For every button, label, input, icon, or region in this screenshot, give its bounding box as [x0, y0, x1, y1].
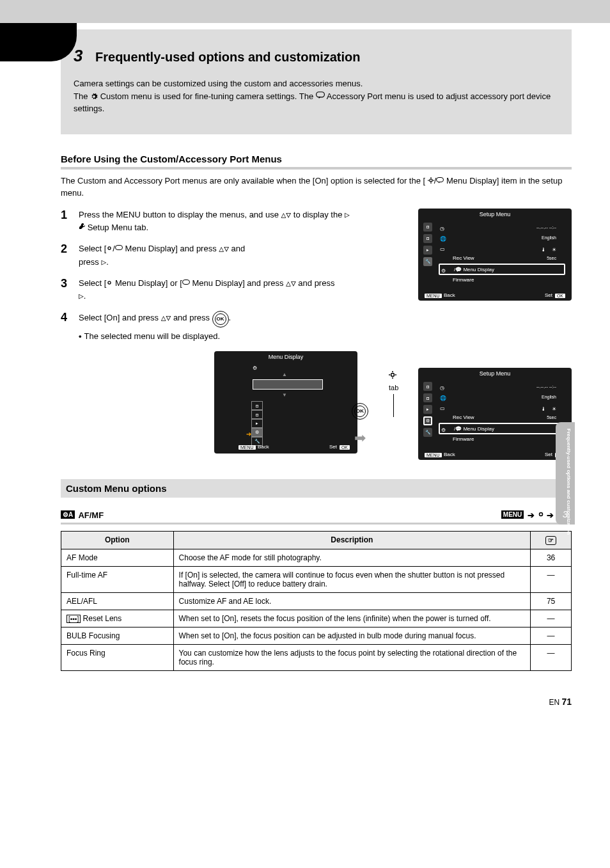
svg-point-9: [108, 281, 111, 284]
svg-point-7: [108, 247, 111, 249]
triangle-down-icon: ▽: [166, 313, 171, 322]
intro-paragraph: Camera settings can be customized using …: [74, 77, 559, 115]
camera2-icon: ◘: [423, 393, 432, 402]
section-before-using-heading: Before Using the Custom/Accessory Port M…: [61, 154, 572, 170]
svg-rect-0: [316, 91, 324, 97]
svg-rect-8: [115, 246, 122, 250]
table-row: AEL/AFL Customize AF and AE lock. 75: [61, 593, 572, 610]
triangle-down-icon: ▽: [291, 278, 296, 288]
speech-bubble-icon: [115, 244, 123, 253]
speech-bubble-icon: [436, 176, 444, 185]
play-tab-icon: ▸: [423, 405, 432, 414]
wrench-tab-icon: 🔧: [423, 257, 432, 266]
chapter-side-tab-black: [0, 23, 77, 61]
chapter-heading: 3 Frequently-used options and customizat…: [74, 46, 572, 66]
before-text: The Custom and Accessory Port menus are …: [61, 175, 572, 200]
ok-button-icon: OK: [212, 311, 229, 327]
speech-bubble-icon: [182, 278, 190, 288]
menu-label: MENU: [425, 294, 442, 298]
triangle-down-icon: ▽: [286, 210, 291, 219]
col-description: Description: [173, 532, 531, 549]
table-row: Full-time AF If [On] is selected, the ca…: [61, 567, 572, 593]
triangle-up-icon: ▲: [282, 372, 287, 377]
triangle-up-icon: △: [286, 278, 291, 288]
table-row: Focus Ring You can customize how the len…: [61, 645, 572, 671]
triangle-down-icon: ▼: [282, 392, 287, 398]
menu-label: MENU: [425, 453, 442, 457]
triangle-up-icon: △: [219, 244, 224, 253]
col-option: Option: [61, 532, 174, 549]
table-row: AF Mode Choose the AF mode for still pho…: [61, 549, 572, 567]
arrow-right-icon: ➔: [528, 510, 535, 520]
custom-menu-options-heading: Custom Menu options: [61, 479, 572, 498]
screen-setup-menu-2: Setup Menu ◘ ◘ ▸ ⚙ 🔧 ◷--.--.-- --:-- 🌐En…: [418, 368, 572, 468]
gear-icon: [106, 278, 113, 288]
gear-icon: [106, 244, 113, 253]
gear-tab-highlighted-icon: ⚙: [423, 416, 432, 425]
page-top-gray-bar: [0, 0, 610, 23]
triangle-down-icon: ▽: [224, 244, 229, 253]
speech-bubble-icon: [316, 91, 325, 101]
chapter-title: Frequently-used options and customizatio…: [95, 50, 360, 64]
hand-pointing-icon: ☞: [545, 536, 556, 545]
tab-af-mf-header: ⚙A AF/MF MENU ➔ ➔ ⚙A: [61, 510, 572, 525]
svg-rect-6: [437, 177, 444, 182]
triangle-right-icon: ▷: [101, 257, 106, 267]
page-number: 71: [561, 697, 572, 707]
gear-a-badge: ⚙A: [61, 510, 75, 519]
chapter-number: 3: [74, 46, 82, 65]
play-tab-icon: ▸: [423, 246, 432, 255]
menu-label: MENU: [239, 445, 256, 450]
col-page-ref: ☞: [531, 532, 572, 549]
camera1-icon: ◘: [423, 382, 432, 391]
play-tab-icon: ▸: [251, 419, 263, 428]
screen-setup-menu-1: Setup Menu ◘ ◘ ▸ 🔧 ◷--.--.-- --:-- 🌐Engl…: [418, 209, 572, 308]
gear-tab-icon: ⚙: [251, 428, 263, 437]
svg-point-1: [430, 178, 432, 181]
step-4: 4 Select [On] and press △▽ and press OK.…: [61, 311, 572, 343]
camera2-icon: ◘: [423, 234, 432, 243]
wrench-tab-icon: 🔧: [423, 428, 432, 437]
gear-icon: [90, 91, 98, 101]
speech-bubble-icon: 💬: [455, 267, 462, 272]
gear-icon: [537, 510, 545, 520]
triangle-right-icon: ▷: [345, 210, 350, 219]
ok-label: OK: [555, 294, 565, 298]
table-row: BULB Focusing When set to [On], the focu…: [61, 627, 572, 645]
speech-bubble-icon: 💬: [455, 426, 462, 432]
camera2-tab-icon: ◘: [251, 410, 263, 419]
gear-icon: ⚙: [253, 365, 257, 371]
ok-label: OK: [340, 445, 350, 450]
camera1-icon: ◘: [423, 223, 432, 232]
svg-point-16: [539, 513, 542, 516]
gear-tab-callout: tab: [389, 370, 398, 417]
selection-highlight: [253, 379, 323, 390]
menu-badge: MENU: [501, 510, 524, 519]
page-footer: EN 71: [0, 697, 610, 707]
wrench-icon: [79, 223, 85, 232]
page-side-tab: Frequently-used options and customizatio…: [556, 422, 575, 525]
arrow-right-icon: ➔: [547, 510, 554, 520]
orange-arrow-icon: ➔: [246, 430, 251, 438]
triangle-right-icon: ▷: [79, 291, 84, 301]
menu-display-popup: Menu Display ⚙ ▲ ▼ ◘ ◘ ▸ ⚙ 🔧 ➔ MENU Back…: [214, 351, 357, 454]
gear-icon: [428, 176, 434, 185]
gear-icon: [389, 370, 396, 381]
table-row: [▪▪▪] Reset Lens When set to [On], reset…: [61, 610, 572, 627]
ok-button-icon: OK: [352, 403, 368, 420]
svg-point-11: [391, 374, 395, 377]
ok-then-arrow: OK ➡: [352, 403, 368, 446]
chapter-header-panel: 3 Frequently-used options and customizat…: [61, 29, 572, 134]
steps-block: 1 Press the MENU button to display the m…: [61, 209, 572, 344]
options-table: Option Description ☞ AF Mode Choose the …: [61, 531, 572, 671]
svg-rect-10: [182, 280, 189, 284]
camera1-tab-icon: ◘: [251, 401, 263, 410]
af-target-icon: [▪▪▪]: [66, 615, 81, 623]
arrow-right-icon: ➡: [352, 430, 368, 446]
